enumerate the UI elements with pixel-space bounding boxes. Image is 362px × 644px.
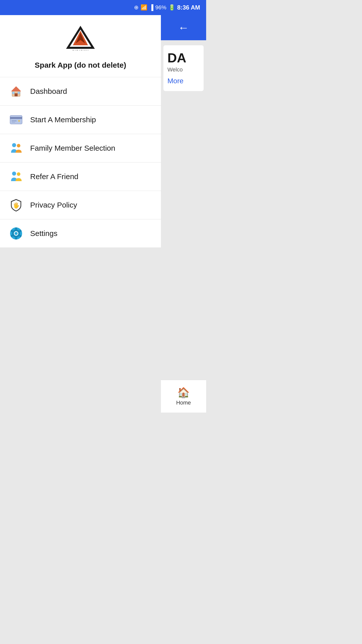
logo-container: PARADIGM MARTIAL ARTS ACADEMY	[65, 25, 96, 52]
drawer-header: PARADIGM MARTIAL ARTS ACADEMY Spark App …	[0, 15, 161, 77]
svg-rect-11	[10, 115, 22, 124]
more-link[interactable]: More	[167, 77, 200, 85]
house-icon	[9, 84, 23, 98]
svg-rect-24	[15, 227, 17, 229]
card-welcome-text: Welco	[167, 66, 200, 73]
refer-icon	[9, 170, 23, 184]
menu-item-family[interactable]: Family Member Selection	[0, 134, 161, 163]
svg-marker-7	[11, 86, 21, 91]
svg-point-18	[12, 172, 16, 176]
status-bar: ⊕ 📶 ▐ 96% 🔋 8:36 AM	[0, 0, 206, 15]
dashboard-label: Dashboard	[30, 87, 67, 96]
settings-gear-icon	[9, 226, 23, 240]
back-button-area[interactable]: ←	[161, 15, 206, 40]
menu-list: Dashboard Sta	[0, 77, 161, 248]
status-time: 8:36 AM	[177, 4, 200, 11]
menu-item-dashboard[interactable]: Dashboard	[0, 77, 161, 106]
refer-label: Refer A Friend	[30, 172, 78, 181]
circle-plus-icon: ⊕	[134, 4, 139, 11]
battery-percent: 96%	[155, 4, 166, 11]
battery-icon: 🔋	[168, 4, 175, 11]
svg-point-17	[17, 144, 20, 147]
back-arrow-icon[interactable]: ←	[178, 21, 189, 34]
svg-point-19	[17, 172, 20, 176]
menu-item-refer[interactable]: Refer A Friend	[0, 163, 161, 191]
main-layout: PARADIGM MARTIAL ARTS ACADEMY Spark App …	[0, 15, 206, 413]
svg-rect-12	[10, 117, 22, 119]
wifi-icon: 📶	[141, 4, 147, 11]
svg-point-16	[12, 143, 16, 147]
menu-item-settings[interactable]: Settings	[0, 219, 161, 248]
paradigm-logo: PARADIGM MARTIAL ARTS ACADEMY	[65, 25, 96, 50]
family-icon	[9, 141, 23, 155]
svg-text:PARADIGM: PARADIGM	[72, 50, 88, 50]
signal-icon: ▐	[149, 4, 153, 11]
status-icons: ⊕ 📶 ▐ 96% 🔋 8:36 AM	[134, 4, 200, 11]
drawer-empty-space	[0, 248, 161, 413]
svg-rect-15	[12, 122, 15, 123]
drawer-menu: PARADIGM MARTIAL ARTS ACADEMY Spark App …	[0, 15, 161, 413]
family-label: Family Member Selection	[30, 144, 115, 152]
app-title: Spark App (do not delete)	[35, 61, 126, 69]
right-content: DA Welco More	[161, 40, 206, 413]
shield-icon: 🖐	[9, 198, 23, 212]
svg-point-31	[15, 232, 18, 235]
svg-text:🖐: 🖐	[13, 202, 20, 209]
right-panel: ← DA Welco More 🏠 Home	[161, 15, 206, 413]
membership-card-icon	[9, 113, 23, 127]
membership-label: Start A Membership	[30, 115, 96, 124]
menu-item-privacy[interactable]: 🖐 Privacy Policy	[0, 191, 161, 219]
svg-rect-14	[12, 120, 17, 121]
home-nav-label: Home	[176, 399, 191, 406]
card-title-peek: DA	[167, 51, 200, 64]
bottom-nav: 🏠 Home	[161, 380, 206, 413]
svg-rect-27	[15, 237, 17, 239]
svg-rect-8	[15, 93, 18, 96]
svg-rect-10	[18, 92, 20, 94]
privacy-label: Privacy Policy	[30, 201, 77, 209]
dashboard-card-peek: DA Welco More	[163, 45, 204, 91]
settings-label: Settings	[30, 229, 57, 238]
home-nav-icon: 🏠	[177, 387, 190, 398]
menu-item-membership[interactable]: Start A Membership	[0, 106, 161, 134]
svg-rect-9	[12, 92, 14, 94]
